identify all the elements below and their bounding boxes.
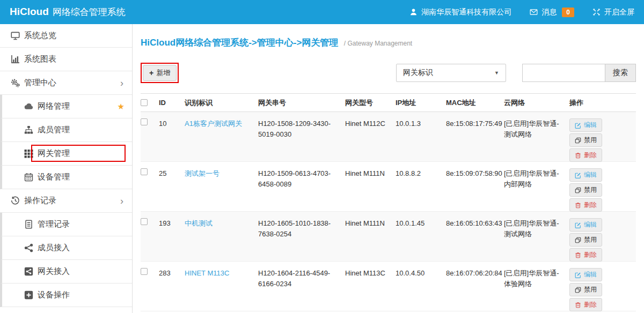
delete-button-label: 删除 (584, 200, 597, 210)
sidebar-item-label: 管理中心 (24, 78, 56, 88)
toolbar: + 新增 网关标识 ▼ 搜索 (141, 63, 636, 83)
company-name: 湖南华辰智通科技有限公司 (421, 8, 511, 17)
row-checkbox[interactable] (141, 118, 148, 125)
sidebar-item-operation-records[interactable]: 操作记录 › (0, 189, 132, 213)
fullscreen-icon (592, 8, 601, 16)
cell-ip: 10.0.4.50 (396, 268, 446, 279)
fullscreen-label: 开启全屏 (604, 8, 634, 17)
table-row: 25 测试架一号 H120-1509-0613-4703-6458-0089 H… (141, 162, 636, 212)
cell-id: 283 (159, 268, 185, 279)
delete-button-label: 删除 (584, 300, 597, 309)
sidebar-item-label: 网关管理 (38, 148, 70, 159)
cell-mac: 8e:15:09:07:58:90 (446, 168, 504, 179)
sidebar-item-management-records[interactable]: 管理记录 (0, 213, 132, 236)
gateway-name-link[interactable]: HINET M113C (185, 269, 229, 277)
disable-button[interactable]: 禁用 (569, 133, 602, 147)
cell-model: Hinet M113C (345, 268, 396, 279)
delete-button[interactable]: 删除 (569, 198, 602, 212)
cell-ip: 10.0.1.3 (396, 118, 446, 129)
sidebar-item-management-center[interactable]: 管理中心 › (0, 71, 132, 95)
sidebar-item-device-management[interactable]: 设备管理 (0, 166, 132, 189)
cell-serial: H120-1508-1209-3430-5019-0030 (258, 118, 345, 140)
sidebar-item-gateway-management[interactable]: 网关管理 (0, 142, 132, 166)
cell-mac: 8e:15:08:17:75:49 (446, 118, 504, 129)
edit-icon (575, 222, 581, 228)
delete-button[interactable]: 删除 (569, 298, 602, 311)
cell-network: [已启用]华辰智通-测试网络 (504, 118, 569, 140)
row-checkbox[interactable] (141, 168, 148, 175)
gateway-name-link[interactable]: A1栋客户测试网关 (185, 120, 242, 128)
gateway-name-link[interactable]: 测试架一号 (185, 169, 219, 177)
disable-button[interactable]: 禁用 (569, 183, 602, 197)
share-square-icon (24, 267, 33, 276)
messages-menu[interactable]: 消息 0 (530, 8, 574, 17)
cell-ip: 10.0.1.45 (396, 218, 446, 229)
edit-button[interactable]: 编辑 (569, 268, 602, 281)
sidebar: 系统总览 系统图表 管理中心 › 网络管理 ★ 成员管理 (0, 24, 133, 313)
history-icon (11, 196, 20, 205)
account-menu[interactable]: 湖南华辰智通科技有限公司 (409, 8, 511, 17)
sidebar-item-device-operations[interactable]: 设备操作 (0, 284, 132, 307)
trash-icon (575, 252, 581, 258)
add-button[interactable]: + 新增 (143, 65, 177, 81)
sidebar-item-system-overview[interactable]: 系统总览 (0, 24, 132, 48)
delete-button-label: 删除 (584, 151, 597, 160)
clone-icon (575, 137, 581, 144)
share-icon (24, 243, 33, 252)
cell-mac: 8e:16:07:06:20:84 (446, 268, 504, 279)
edit-button-label: 编辑 (584, 170, 597, 180)
delete-button[interactable]: 删除 (569, 248, 602, 262)
table-row: 10 A1栋客户测试网关 H120-1508-1209-3430-5019-00… (141, 112, 636, 162)
bar-chart-icon (11, 55, 20, 64)
sidebar-item-member-management[interactable]: 成员管理 (0, 118, 132, 142)
disable-button-label: 禁用 (584, 235, 597, 244)
select-all-checkbox[interactable] (141, 99, 148, 106)
search-button[interactable]: 搜索 (605, 64, 636, 82)
sidebar-item-label: 设备管理 (38, 172, 70, 182)
delete-button[interactable]: 删除 (569, 148, 602, 162)
annotation-box: + 新增 (141, 63, 179, 83)
cell-model: Hinet M112C (345, 118, 396, 129)
user-icon (409, 8, 418, 16)
sidebar-item-member-access[interactable]: 成员接入 (0, 236, 132, 260)
gears-icon (11, 78, 20, 87)
clone-icon (575, 237, 581, 243)
col-header-serial: 网关串号 (258, 98, 345, 108)
disable-button-label: 禁用 (584, 185, 597, 195)
filter-dropdown-value: 网关标识 (403, 68, 433, 78)
disable-button-label: 禁用 (584, 136, 597, 145)
cell-id: 25 (159, 168, 185, 179)
edit-button[interactable]: 编辑 (569, 218, 602, 232)
sidebar-item-system-charts[interactable]: 系统图表 (0, 48, 132, 71)
disable-button[interactable]: 禁用 (569, 233, 602, 247)
cell-id: 10 (159, 118, 185, 129)
col-header-ip: IP地址 (396, 98, 446, 108)
edit-button[interactable]: 编辑 (569, 118, 602, 132)
star-icon[interactable]: ★ (118, 102, 125, 111)
fullscreen-button[interactable]: 开启全屏 (592, 8, 634, 17)
edit-button[interactable]: 编辑 (569, 168, 602, 182)
top-bar: HiCloud 网络综合管理系统 湖南华辰智通科技有限公司 消息 0 开启全屏 (0, 0, 644, 24)
disable-button[interactable]: 禁用 (569, 283, 602, 296)
row-checkbox[interactable] (141, 268, 148, 275)
document-icon (24, 220, 33, 229)
cell-model: Hinet M111N (345, 218, 396, 229)
sidebar-item-label: 系统图表 (24, 54, 56, 64)
sidebar-item-label: 网络管理 (38, 101, 70, 111)
filter-dropdown[interactable]: 网关标识 ▼ (396, 64, 506, 82)
calendar-icon (24, 173, 33, 182)
sidebar-item-label: 成员管理 (38, 125, 70, 135)
trash-icon (575, 152, 581, 159)
search-input[interactable] (522, 64, 605, 82)
col-header-network: 云网络 (504, 98, 569, 108)
gateway-name-link[interactable]: 中机测试 (185, 219, 213, 227)
edit-icon (575, 172, 581, 178)
row-checkbox[interactable] (141, 218, 148, 225)
cell-serial: H120-1604-2116-4549-6166-0234 (258, 268, 345, 289)
desktop-icon (11, 31, 20, 40)
sidebar-item-gateway-access[interactable]: 网关接入 (0, 260, 132, 284)
cell-serial: H120-1509-0613-4703-6458-0089 (258, 168, 345, 190)
sidebar-item-network-management[interactable]: 网络管理 ★ (0, 95, 132, 118)
edit-button-label: 编辑 (584, 121, 597, 130)
messages-label: 消息 (541, 8, 557, 17)
